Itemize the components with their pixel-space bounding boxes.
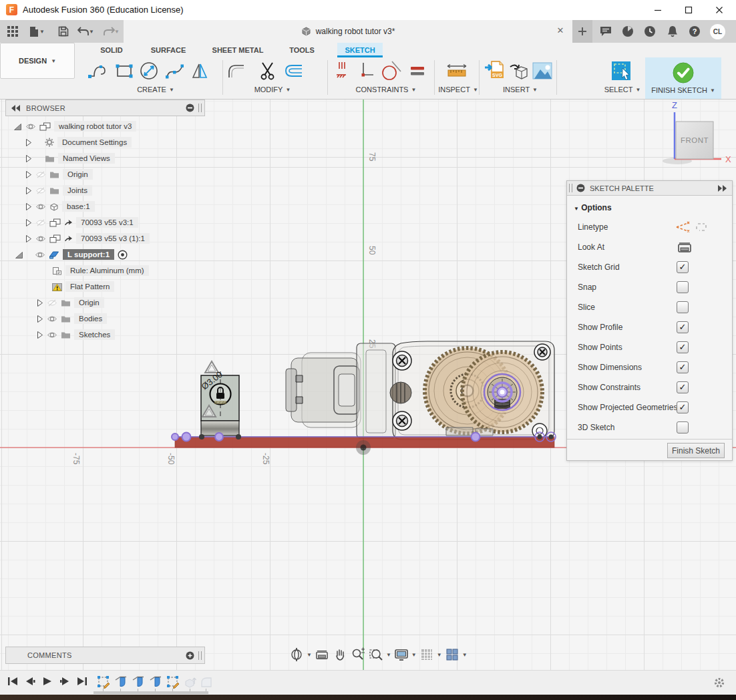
look-at-icon[interactable] (677, 240, 693, 254)
visibility-off-icon[interactable] (35, 219, 46, 226)
tree-row-base[interactable]: base:1 (25, 200, 95, 213)
expand-triangle-icon[interactable] (13, 122, 22, 131)
show-projected-geometries-checkbox[interactable]: ✓ (677, 401, 689, 413)
modify-fillet-icon[interactable] (224, 59, 248, 83)
visibility-off-icon[interactable] (35, 187, 46, 194)
create-rectangle-icon[interactable] (112, 59, 136, 83)
inspect-measure-icon[interactable] (445, 59, 469, 83)
tree-item-label[interactable]: base:1 (62, 201, 95, 212)
tree-row-named-views[interactable]: Named Views (25, 152, 115, 165)
timeline-feature-flange[interactable] (114, 675, 128, 689)
tab-tools[interactable]: TOOLS (279, 43, 325, 57)
tab-sketch[interactable]: SKETCH (337, 43, 383, 57)
undo-caret[interactable]: ▼ (88, 25, 95, 38)
3d-sketch-checkbox[interactable] (677, 421, 689, 433)
view-cube[interactable]: FRONT Z X (663, 100, 731, 164)
show-dimensions-checkbox[interactable]: ✓ (677, 361, 689, 373)
options-section-header[interactable]: ▼ Options (567, 201, 732, 214)
collapse-arrow-icon[interactable] (37, 315, 43, 323)
insert-svg-icon[interactable]: SVG (482, 59, 506, 83)
visibility-eye-icon[interactable] (47, 331, 57, 339)
collapse-arrow-icon[interactable] (25, 138, 32, 147)
visibility-eye-icon[interactable] (35, 251, 45, 258)
viewcube-face-label[interactable]: FRONT (681, 136, 709, 144)
tree-row-sketches[interactable]: Sketches (37, 328, 115, 341)
visibility-eye-icon[interactable] (47, 315, 57, 323)
create-spline-icon[interactable] (163, 59, 187, 83)
timeline-feature-sketch[interactable] (166, 675, 180, 689)
caret-down-icon[interactable]: ▼ (386, 652, 391, 658)
browser-panel-header[interactable]: BROWSER (5, 100, 205, 116)
display-settings-icon[interactable] (393, 647, 409, 663)
tree-row-child-origin[interactable]: Origin (37, 296, 104, 309)
constraint-perpendicular-icon[interactable] (353, 59, 377, 83)
new-tab-button[interactable] (572, 20, 592, 43)
tree-row-origin[interactable]: Origin (25, 168, 93, 181)
tree-row-bodies[interactable]: Bodies (37, 312, 107, 325)
job-status-icon[interactable] (620, 24, 636, 39)
timeline-feature-fillet-suppressed[interactable] (199, 675, 214, 689)
tree-item-label[interactable]: walking robot tutor v3 (54, 121, 136, 132)
comments-icon[interactable] (598, 24, 614, 39)
visibility-eye-icon[interactable] (35, 235, 46, 242)
viewports-icon[interactable] (444, 647, 460, 663)
gearmotor-assembly[interactable] (286, 341, 554, 440)
collapse-arrow-icon[interactable] (25, 170, 32, 179)
pan-hand-icon[interactable] (332, 647, 348, 663)
construction-linetype-icon[interactable] (675, 221, 690, 233)
orbit-icon[interactable] (289, 647, 305, 663)
tree-item-label[interactable]: Joints (63, 185, 92, 196)
grid-settings-icon[interactable] (419, 647, 435, 663)
window-minimize-button[interactable] (643, 0, 673, 19)
timeline-go-to-start-button[interactable] (5, 675, 20, 688)
show-constraints-checkbox[interactable]: ✓ (677, 381, 689, 393)
timeline-step-forward-button[interactable] (57, 675, 72, 688)
zoom-icon[interactable] (350, 647, 366, 663)
collapse-left-icon[interactable] (11, 105, 21, 112)
origin-point[interactable] (356, 440, 371, 455)
create-mirror-icon[interactable] (188, 59, 212, 83)
comments-bar[interactable]: COMMENTS (5, 647, 205, 664)
insert-derive-icon[interactable] (507, 59, 531, 83)
tree-item-label[interactable]: Named Views (58, 153, 115, 164)
tree-row-rule[interactable]: Rule: Aluminum (mm) (52, 264, 149, 277)
tab-solid[interactable]: SOLID (90, 43, 133, 57)
expand-right-icon[interactable] (717, 185, 727, 192)
tree-row-root[interactable]: walking robot tutor v3 (13, 120, 136, 133)
tree-item-label[interactable]: Rule: Aluminum (mm) (65, 265, 149, 276)
panel-grip[interactable] (569, 184, 572, 192)
tree-row-l-support[interactable]: L support:1 (15, 248, 128, 261)
redo-caret[interactable]: ▼ (114, 25, 120, 38)
panel-minus-icon[interactable] (186, 104, 194, 112)
tree-row-70093-2[interactable]: 70093 v55 v3 (1):1 (25, 232, 150, 245)
look-at-icon[interactable] (314, 647, 330, 663)
create-arc-icon[interactable] (85, 59, 110, 83)
centerline-linetype-icon[interactable] (695, 221, 709, 233)
caret-down-icon[interactable]: ▼ (462, 652, 468, 658)
add-comment-icon[interactable] (186, 651, 194, 660)
timeline-feature-flange[interactable] (131, 675, 146, 689)
show-points-checkbox[interactable]: ✓ (677, 341, 689, 353)
timeline-feature-extrude-suppressed[interactable] (183, 675, 198, 689)
collapse-arrow-icon[interactable] (25, 186, 32, 195)
collapse-arrow-icon[interactable] (25, 234, 32, 243)
document-tab-close-icon[interactable]: ✕ (555, 25, 566, 36)
sketch-grid-checkbox[interactable]: ✓ (677, 261, 689, 273)
constraint-tangent-icon[interactable] (379, 59, 403, 83)
visibility-eye-icon[interactable] (25, 123, 36, 130)
visibility-off-icon[interactable] (35, 171, 46, 178)
constraints-group-label[interactable]: CONSTRAINTS▼ (356, 85, 417, 94)
timeline-play-button[interactable] (40, 675, 55, 688)
tree-item-label[interactable]: 70093 v55 v3 (1):1 (76, 233, 150, 244)
expand-triangle-icon[interactable] (15, 250, 23, 259)
tree-item-label[interactable]: Flat Pattern (65, 281, 114, 292)
panel-grip[interactable] (198, 651, 202, 660)
panel-grip[interactable] (198, 104, 202, 112)
create-circle-icon[interactable] (137, 59, 161, 83)
select-group-label[interactable]: SELECT▼ (604, 85, 641, 94)
insert-canvas-icon[interactable] (530, 59, 554, 83)
collapse-arrow-icon[interactable] (25, 218, 32, 227)
show-profile-checkbox[interactable]: ✓ (677, 321, 689, 333)
collapse-arrow-icon[interactable] (37, 331, 43, 339)
collapse-arrow-icon[interactable] (37, 299, 43, 307)
